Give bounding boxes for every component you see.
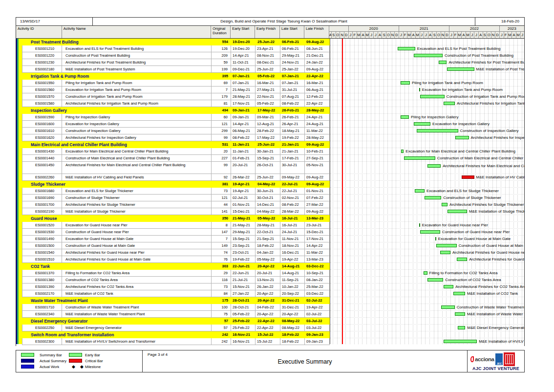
cell-early-start: 06-May-21 [231, 128, 256, 134]
legend-label: Critical Bar [85, 359, 103, 363]
cell-early-start: 09-Dec-21 [231, 66, 256, 73]
timeline-month: J [369, 32, 373, 38]
timeline-month: S [382, 32, 386, 38]
timeline-month: O [437, 32, 441, 38]
gantt-bar-label: Architectural Finishes for CO2 Tanks Are… [455, 283, 524, 290]
row-chart-area: Piling for Inspection Gallery [330, 114, 524, 121]
gantt-bar-critical [462, 175, 474, 179]
gantt-bar [447, 67, 474, 71]
cell-activity-id: ES0001500 [22, 242, 62, 249]
table-row: ES0001530Construction of Guard House nea… [16, 229, 524, 236]
cell-early-finish: 27-May-21 [256, 87, 280, 93]
section-name: Sludge Thickener [31, 181, 65, 188]
page-number: Page 3 of 4 [148, 352, 168, 357]
cell-early-start: 25-Feb-22 [231, 325, 256, 331]
cell-activity-id: ES0001490 [22, 236, 62, 242]
legend-label: Actual Summary [40, 359, 66, 363]
timeline-month: A [428, 32, 433, 38]
table-row: ES0001210Excavation and ELS for Post Tre… [16, 45, 524, 52]
section-early-finish: 20-Apr-22 [257, 263, 275, 270]
section-duration: 395 [212, 73, 228, 80]
row-rail-spacer [16, 338, 22, 345]
cell-activity-name: Architectural Finishes for Main Electric… [62, 162, 212, 174]
gantt-bar-label: Construction of Sludge Thickener [443, 195, 501, 201]
timeline-month: M [365, 32, 370, 38]
cell-early-finish: 04-May-22 [256, 208, 280, 215]
row-chart-area: Construction of Irrigation Tank and Pump… [330, 93, 524, 100]
cell-late-finish: 03-Dec-22 [305, 290, 330, 297]
section-name: Waste Water Treatment Plant [31, 297, 88, 304]
legend-box: Summary BarActual SummaryActual WorkEarl… [16, 350, 143, 372]
timeline-month: D [445, 32, 449, 38]
gantt-bar [440, 251, 450, 254]
timeline-month: N [391, 32, 395, 38]
timeline-month: J [349, 32, 353, 38]
cell-activity-id: ES0001600 [22, 121, 62, 128]
timeline-month: S [483, 32, 487, 38]
cell-activity-name: Excavation and ELS for Post Treatment Bu… [62, 45, 212, 52]
cell-early-start: 08-Feb-22 [231, 134, 256, 141]
section-row: Main Electrical and Central Chiller Plan… [16, 141, 524, 148]
row-rail-spacer [16, 134, 22, 141]
cell-activity-name: Construction of Guard House near Pier [62, 229, 212, 236]
milestone-diamond-icon: ◆ [72, 365, 75, 369]
timeline-month: M [458, 32, 462, 38]
cell-late-start: 24-Jul-21 [280, 229, 305, 236]
timeline-month: M [516, 32, 521, 38]
timeline-month: A [479, 32, 483, 38]
cell-activity-name: M&E Installation of Sludge Thickener [62, 208, 212, 215]
cell-late-start: 18-Feb-22 [280, 338, 305, 345]
row-rail-spacer [16, 66, 22, 73]
report-main-frame: 13/WSD/17 Design, Build and Operate Firs… [16, 17, 525, 346]
cell-late-finish: 09-Aug-22 [305, 208, 330, 215]
gantt-bar-label: Piling for Inspection Gallery [411, 114, 458, 121]
cell-early-start: 20-Jul-21 [231, 162, 256, 174]
legend-swatch-critical-bar [69, 359, 82, 363]
table-row: ES0002190M&E Installation of Sludge Thic… [16, 208, 524, 215]
cell-late-start: 07-Jan-21 [280, 80, 305, 87]
gantt-bar [401, 115, 409, 119]
section-late-start: 08-May-22 [282, 318, 299, 325]
cell-original-duration: 299 [212, 128, 231, 134]
section-early-finish: 05-May-22 [257, 215, 275, 222]
gantt-bar [414, 122, 430, 126]
gantt-bar-label: M&E Installation of Waste Water Treatmen… [467, 311, 524, 318]
cell-late-start: 16-Jul-21 [280, 222, 305, 229]
footer-center-box: Page 3 of 4 Executive Summary [143, 350, 468, 372]
timeline-month: J [449, 32, 454, 38]
gantt-bar [439, 61, 447, 64]
section-early-start: 25-Feb-22 [233, 318, 250, 325]
section-duration: 494 [212, 107, 228, 114]
gantt-bar-label: Architectural Finishes for Sludge Thicke… [449, 201, 524, 208]
cell-activity-id: ES0001690 [22, 195, 62, 201]
cell-late-start: 09-May-22 [280, 174, 305, 181]
cell-late-start: 02-Nov-21 [280, 195, 305, 201]
cell-late-finish: 21-Dec-21 [305, 52, 330, 59]
cell-early-finish: 15-Sep-21 [256, 155, 280, 162]
gantt-bar-label: Architectural Finishes for Post Treatmen… [448, 59, 524, 66]
row-chart-area: M&E Installation of Post Treatment Syste… [330, 66, 524, 73]
row-rail-spacer [16, 277, 22, 283]
cell-activity-name: Architectural Finishes for Guard House a… [62, 256, 212, 263]
row-rail-spacer [16, 229, 22, 236]
gantt-bar [444, 102, 455, 105]
row-rail-spacer [16, 208, 22, 215]
cell-activity-name: Architectural Finishes for Irrigation Ta… [62, 100, 212, 107]
row-chart-area: Construction of CO2 Tanks Area [330, 277, 524, 283]
cell-early-finish: 26-Oct-21 [256, 162, 280, 174]
cell-early-finish: 13-Nov-21 [256, 277, 280, 283]
cell-original-duration: 227 [212, 155, 231, 162]
row-chart-area: Excavation and ELS for Post Treatment Bu… [330, 45, 524, 52]
section-late-finish: 03-Jul-22 [306, 318, 322, 325]
cell-activity-name: Architectural Finishes for Sludge Thicke… [62, 201, 212, 208]
gantt-bar [415, 189, 425, 193]
row-rail-spacer [16, 249, 22, 256]
section-early-start: 22-Jun-21 [233, 263, 250, 270]
cell-early-finish: 20-Apr-22 [256, 290, 280, 297]
section-late-start: 14-Aug-21 [282, 263, 299, 270]
cell-late-finish: 27-Sep-21 [305, 155, 330, 162]
cell-late-start: 19-Feb-22 [280, 134, 305, 141]
cell-early-finish: 04-Feb-22 [256, 304, 280, 311]
cell-original-duration: 7 [212, 87, 231, 93]
cell-early-finish: 18-Feb-22 [256, 242, 280, 249]
